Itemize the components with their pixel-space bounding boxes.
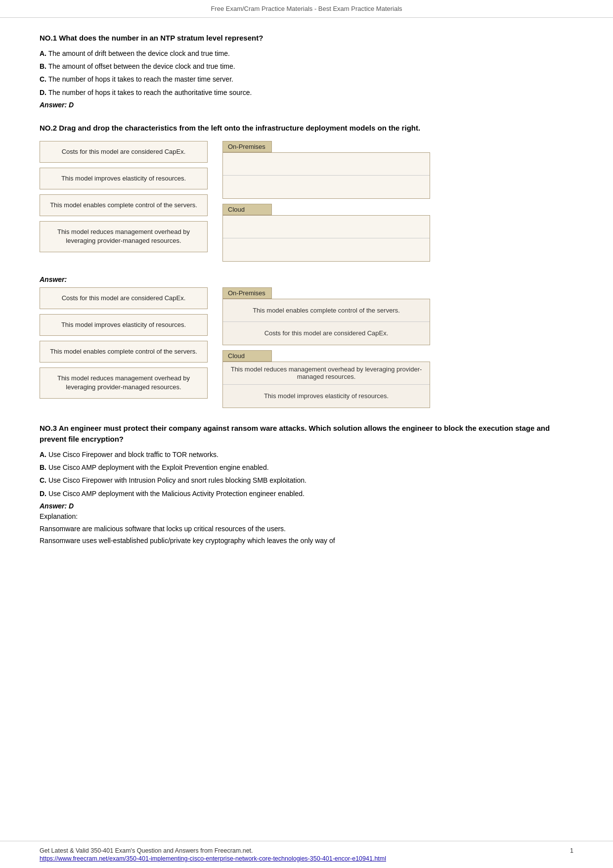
dnd-card-3[interactable]: This model enables complete control of t… <box>40 194 208 216</box>
q3-option-d: D. Use Cisco AMP deployment with the Mal… <box>40 488 573 499</box>
ans-dnd-slot-op-2: Costs for this model are considered CapE… <box>223 322 430 345</box>
q3-opt-a-text: Use Cisco Firepower and block traffic to… <box>48 451 219 458</box>
q2-text: Drag and drop the characteristics from t… <box>59 124 420 132</box>
ans-dnd-slot-op-1: This model enables complete control of t… <box>223 299 430 322</box>
footer-link[interactable]: https://www.freecram.net/exam/350-401-im… <box>40 855 386 862</box>
ans-dnd-slots-cloud: This model reduces management overhead b… <box>222 362 430 408</box>
q3-opt-d-text: Use Cisco AMP deployment with the Malici… <box>48 490 305 498</box>
ans-dnd-target-on-premises: On-Premises This model enables complete … <box>222 287 430 345</box>
q2-dnd-question: Costs for this model are considered CapE… <box>40 141 573 267</box>
dnd-slot-c-2[interactable] <box>223 238 430 261</box>
q3-text: An engineer must protect their company a… <box>40 424 550 444</box>
dnd-target-cloud: Cloud <box>222 204 430 262</box>
question-1: NO.1 What does the number in an NTP stra… <box>40 33 573 109</box>
q1-option-a: A. The amount of drift between the devic… <box>40 48 573 59</box>
q1-text: What does the number in an NTP stratum l… <box>59 34 263 42</box>
ans-dnd-slot-c-1: This model reduces management overhead b… <box>223 362 430 385</box>
footer-text: Get Latest & Valid 350-401 Exam's Questi… <box>40 847 386 854</box>
q2-dnd-right: On-Premises Cloud <box>222 141 430 267</box>
q3-explanation-1: Ransomware are malicious software that l… <box>40 523 573 534</box>
q1-answer: Answer: D <box>40 101 573 109</box>
q3-answer: Answer: D <box>40 502 573 510</box>
ans-dnd-card-2: This model improves elasticity of resour… <box>40 314 208 336</box>
q3-opt-b-text: Use Cisco AMP deployment with the Exploi… <box>48 463 269 471</box>
header-text: Free Exam/Cram Practice Materials - Best… <box>211 5 402 12</box>
q3-number: NO.3 <box>40 424 57 432</box>
q2-dnd-left: Costs for this model are considered CapE… <box>40 141 208 252</box>
dnd-label-cloud: Cloud <box>222 204 272 215</box>
q3-option-a: A. Use Cisco Firepower and block traffic… <box>40 449 573 460</box>
footer-left: Get Latest & Valid 350-401 Exam's Questi… <box>40 847 386 862</box>
q1-opt-d-text: The number of hops it takes to reach the… <box>48 89 252 96</box>
q3-option-b: B. Use Cisco AMP deployment with the Exp… <box>40 462 573 473</box>
ans-dnd-slot-c-2: This model improves elasticity of resour… <box>223 385 430 408</box>
ans-dnd-label-on-premises: On-Premises <box>222 287 272 299</box>
dnd-card-4[interactable]: This model reduces management overhead b… <box>40 221 208 252</box>
q3-option-c: C. Use Cisco Firepower with Intrusion Po… <box>40 475 573 486</box>
top-bar: Free Exam/Cram Practice Materials - Best… <box>0 0 613 18</box>
q1-number: NO.1 <box>40 34 57 42</box>
q1-option-c: C. The number of hops it takes to reach … <box>40 74 573 85</box>
ans-dnd-card-4: This model reduces management overhead b… <box>40 367 208 398</box>
ans-dnd-card-3: This model enables complete control of t… <box>40 341 208 363</box>
q2-ans-dnd-right: On-Premises This model enables complete … <box>222 287 430 413</box>
page-container: Free Exam/Cram Practice Materials - Best… <box>0 0 613 868</box>
q1-option-d: D. The number of hops it takes to reach … <box>40 87 573 98</box>
q2-ans-dnd-left: Costs for this model are considered CapE… <box>40 287 208 399</box>
ans-dnd-target-cloud: Cloud This model reduces management over… <box>222 350 430 408</box>
dnd-slots-on-premises <box>222 152 430 199</box>
q2-dnd-answer: Costs for this model are considered CapE… <box>40 287 573 413</box>
bottom-row: Get Latest & Valid 350-401 Exam's Questi… <box>40 847 573 862</box>
dnd-slot-op-1[interactable] <box>223 153 430 176</box>
dnd-card-1[interactable]: Costs for this model are considered CapE… <box>40 141 208 163</box>
q3-explanation-2: Ransomware uses well-established public/… <box>40 535 573 546</box>
dnd-slot-op-2[interactable] <box>223 176 430 198</box>
question-2: NO.2 Drag and drop the characteristics f… <box>40 123 573 413</box>
dnd-card-2[interactable]: This model improves elasticity of resour… <box>40 168 208 189</box>
q1-option-b: B. The amount of offset between the devi… <box>40 61 573 72</box>
q1-title: NO.1 What does the number in an NTP stra… <box>40 33 573 44</box>
bottom-bar: Get Latest & Valid 350-401 Exam's Questi… <box>0 841 613 868</box>
dnd-slot-c-1[interactable] <box>223 216 430 238</box>
q2-answer-label: Answer: <box>40 275 573 283</box>
q3-opt-c-text: Use Cisco Firepower with Intrusion Polic… <box>48 476 306 484</box>
q2-title: NO.2 Drag and drop the characteristics f… <box>40 123 573 134</box>
dnd-target-on-premises: On-Premises <box>222 141 430 199</box>
dnd-slots-cloud <box>222 215 430 262</box>
q3-explanation-label: Explanation: <box>40 511 573 522</box>
ans-dnd-card-1: Costs for this model are considered CapE… <box>40 287 208 309</box>
q1-opt-c-text: The number of hops it takes to reach the… <box>48 75 233 83</box>
main-content: NO.1 What does the number in an NTP stra… <box>0 18 613 841</box>
q3-title: NO.3 An engineer must protect their comp… <box>40 423 573 445</box>
ans-dnd-slots-on-premises: This model enables complete control of t… <box>222 299 430 345</box>
dnd-label-on-premises: On-Premises <box>222 141 272 152</box>
q1-opt-a-text: The amount of drift between the device c… <box>48 49 230 57</box>
ans-dnd-label-cloud: Cloud <box>222 350 272 362</box>
footer-page: 1 <box>570 847 573 854</box>
question-3: NO.3 An engineer must protect their comp… <box>40 423 573 547</box>
q1-opt-b-text: The amount of offset between the device … <box>48 62 235 70</box>
q2-number: NO.2 <box>40 124 57 132</box>
